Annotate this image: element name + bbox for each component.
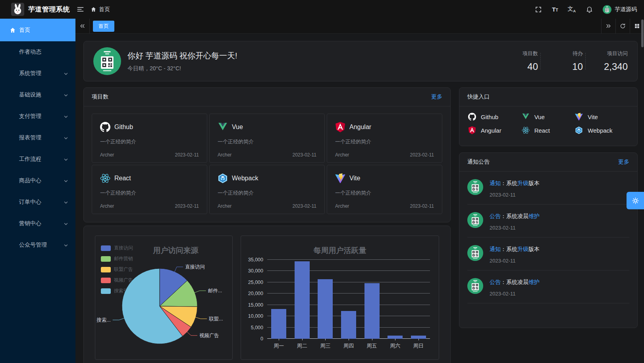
y-axis-label: 0 <box>260 336 267 342</box>
refresh-icon[interactable] <box>615 19 630 33</box>
angular-icon <box>335 122 345 132</box>
qrcode-avatar <box>93 47 121 75</box>
sidebar-item-9[interactable]: 营销中心 <box>0 213 75 234</box>
x-axis-label: 周二 <box>297 342 307 349</box>
sidebar-item-8[interactable]: 订单中心 <box>0 191 75 213</box>
user-name: 芋道源码 <box>615 6 637 13</box>
project-card-angular[interactable]: Angular 一个正经的简介 Archer2023-02-11 <box>327 114 442 163</box>
bar-4 <box>364 283 380 339</box>
locale-icon[interactable]: 文A <box>568 6 576 13</box>
shortcut-webpack[interactable]: Webpack <box>575 126 629 134</box>
projects-more-link[interactable]: 更多 <box>431 93 442 100</box>
breadcrumb[interactable]: 首页 <box>91 6 110 13</box>
sidebar-item-6[interactable]: 工作流程 <box>0 149 75 170</box>
github-icon <box>100 122 110 132</box>
bar-slot: 周日 <box>407 260 430 339</box>
settings-gear-button[interactable] <box>627 192 644 209</box>
tab-home[interactable]: 首页 <box>93 21 114 32</box>
sidebar-item-label: 订单中心 <box>19 199 64 206</box>
project-desc: 一个正经的简介 <box>218 138 316 145</box>
sidebar-item-label: 公众号管理 <box>19 241 64 249</box>
pie-callout-label: 邮件... <box>208 288 222 293</box>
shortcut-vite[interactable]: Vite <box>575 113 629 121</box>
qrcode-avatar <box>467 245 483 261</box>
font-size-icon[interactable]: TT <box>552 6 558 13</box>
tab-list: 首页 <box>90 21 601 32</box>
notice-title[interactable]: 公告：系统凌晨维护 <box>490 279 540 286</box>
shortcut-angular[interactable]: Angular <box>468 126 522 134</box>
shortcuts-card: 快捷入口 Github Vue Vite Angular React Webpa… <box>459 87 638 146</box>
chevron-down-icon <box>64 179 68 183</box>
menu-fold-icon[interactable] <box>76 6 84 14</box>
tabs-scroll-left-button[interactable] <box>75 19 90 33</box>
sidebar-item-label: 作者动态 <box>19 48 68 56</box>
sidebar-item-2[interactable]: 系统管理 <box>0 63 75 84</box>
sidebar-item-label: 系统管理 <box>19 70 64 77</box>
x-axis-label: 周三 <box>320 342 330 349</box>
sidebar-item-5[interactable]: 报表管理 <box>0 127 75 149</box>
fullscreen-icon <box>535 6 542 13</box>
gear-icon <box>632 197 639 205</box>
pie-callout-label: 联盟... <box>208 316 223 322</box>
notice-date: 2023-02-11 <box>490 225 540 231</box>
project-card-react[interactable]: React 一个正经的简介 Archer2023-02-11 <box>92 165 207 214</box>
shortcut-label: Vue <box>534 114 545 120</box>
react-icon <box>522 126 530 134</box>
project-author: Archer <box>218 152 231 158</box>
tabs-scroll-right-button[interactable] <box>601 19 615 33</box>
vue-icon <box>218 122 228 132</box>
project-author: Archer <box>100 152 114 158</box>
shortcut-github[interactable]: Github <box>468 113 522 121</box>
stat-2: 项目访问 2,340 <box>588 50 628 72</box>
refresh-icon <box>620 23 626 29</box>
notices-more-link[interactable]: 更多 <box>618 158 629 166</box>
shortcut-vue[interactable]: Vue <box>522 113 575 121</box>
user-menu[interactable]: 芋道源码 <box>603 5 637 14</box>
stat-value: 10 <box>543 61 583 72</box>
vite-icon <box>575 113 583 121</box>
pie-svg: 直接访问邮件...联盟...视频广告搜索... <box>95 257 232 359</box>
bar-slot: 周二 <box>291 260 314 339</box>
scrollbar-thumb[interactable] <box>641 19 644 47</box>
x-axis-label: 周六 <box>390 342 400 349</box>
stat-value: 40 <box>498 61 538 72</box>
vite-icon <box>335 173 345 183</box>
sidebar-item-7[interactable]: 商品中心 <box>0 170 75 191</box>
project-card-webpack[interactable]: Webpack 一个正经的简介 Archer2023-02-11 <box>209 165 325 214</box>
notice-item-2: 通知：系统升级版本 2023-02-11 <box>467 237 629 270</box>
project-name: Github <box>114 124 133 131</box>
content: 你好 芋道源码 祝你开心每一天! 今日晴，20°C - 32°C! 项目数 40… <box>75 34 644 363</box>
project-card-vue[interactable]: Vue 一个正经的简介 Archer2023-02-11 <box>209 114 325 163</box>
projects-title: 项目数 <box>92 93 108 100</box>
stat-label: 待办 <box>543 50 583 57</box>
bar-slot: 周一 <box>267 260 291 339</box>
sidebar-item-1[interactable]: 作者动态 <box>0 41 75 63</box>
stat-0: 项目数 40 <box>498 50 538 72</box>
x-axis-label: 周四 <box>343 342 354 349</box>
bar-plot-area: 05,00010,00015,00020,00025,00030,00035,0… <box>267 260 430 339</box>
bell-icon <box>586 6 593 13</box>
sidebar-item-4[interactable]: 支付管理 <box>0 106 75 127</box>
app-title: 芋道管理系统 <box>28 5 70 14</box>
notice-title[interactable]: 通知：系统升级版本 <box>490 180 540 187</box>
sidebar-item-3[interactable]: 基础设施 <box>0 84 75 106</box>
project-card-vite[interactable]: Vite 一个正经的简介 Archer2023-02-11 <box>327 165 442 214</box>
sidebar-item-0[interactable]: 首页 <box>0 19 75 41</box>
project-card-github[interactable]: Github 一个正经的简介 Archer2023-02-11 <box>92 114 207 163</box>
sidebar-item-10[interactable]: 公众号管理 <box>0 234 75 256</box>
qrcode-avatar <box>467 278 483 294</box>
bell-icon[interactable] <box>585 6 593 14</box>
notice-title[interactable]: 公告：系统凌晨维护 <box>490 213 540 220</box>
fullscreen-icon[interactable] <box>534 6 542 14</box>
bar-5 <box>388 336 403 339</box>
project-date: 2023-02-11 <box>410 203 434 209</box>
x-tick <box>325 339 326 340</box>
notice-title[interactable]: 通知：系统升级版本 <box>490 246 540 253</box>
shortcut-react[interactable]: React <box>522 126 575 134</box>
project-author: Archer <box>335 152 349 158</box>
charts-card: 用户访问来源 直接访问 邮件营销 联盟广告 视频广告 搜索引擎 直接访问邮件..… <box>83 226 451 363</box>
stat-1: 待办 10 <box>543 50 583 72</box>
qrcode-avatar <box>467 245 483 261</box>
left-column: 项目数 更多 Github 一个正经的简介 Archer2023-02-11 V… <box>83 87 451 363</box>
legend-item[interactable]: 直接访问 <box>101 245 133 251</box>
